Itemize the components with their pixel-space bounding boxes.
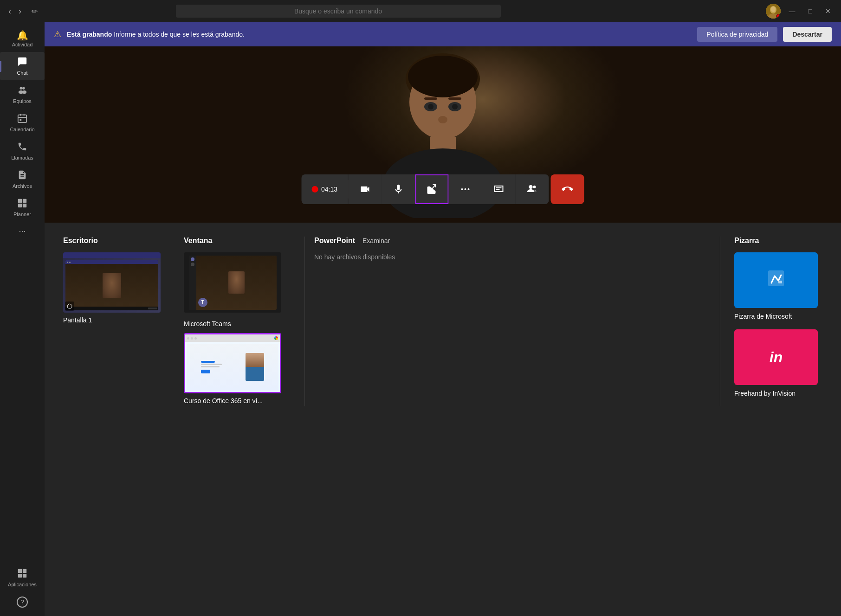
- svg-rect-40: [778, 281, 782, 283]
- sidebar-label-archivos: Archivos: [13, 183, 32, 189]
- desktop-thumb-inner: ⬡: [63, 252, 161, 313]
- teams-label: Microsoft Teams: [184, 320, 291, 327]
- sidebar-item-archivos[interactable]: Archivos: [0, 165, 45, 193]
- course-thumb-body: [185, 342, 280, 392]
- sidebar-item-aplicaciones[interactable]: Aplicaciones: [0, 564, 45, 592]
- screen-share-icon: ⬡: [65, 302, 74, 311]
- svg-point-35: [465, 188, 466, 190]
- sidebar-item-llamadas[interactable]: Llamadas: [0, 137, 45, 165]
- chrome-dot-3: [194, 337, 197, 340]
- svg-rect-19: [18, 574, 22, 578]
- svg-point-36: [468, 188, 470, 190]
- course-thumb-inner: [185, 334, 280, 392]
- search-input[interactable]: [176, 5, 501, 18]
- svg-rect-20: [23, 574, 26, 578]
- svg-point-7: [22, 90, 26, 94]
- course-thumbnail[interactable]: [184, 333, 281, 393]
- avatar[interactable]: [766, 4, 781, 19]
- mini-window: [65, 260, 158, 310]
- ms-whiteboard-label: Pizarra de Microsoft: [734, 313, 822, 320]
- whiteboard-icon: [764, 267, 788, 294]
- invision-tile[interactable]: in: [734, 329, 818, 385]
- desktop-thumbnail[interactable]: ⬡: [63, 252, 161, 313]
- content-area: ⚠ Está grabando Informe a todos de que s…: [45, 22, 841, 616]
- sidebar-label-chat: Chat: [17, 70, 27, 76]
- share-button[interactable]: Compartir: [415, 174, 449, 204]
- video-area: 04:13: [45, 46, 841, 223]
- teams-window-inner: T: [189, 256, 277, 310]
- files-icon: [17, 170, 27, 181]
- svg-rect-12: [20, 119, 22, 121]
- desktop-thumb-content: ⬡: [63, 258, 161, 313]
- video-button[interactable]: [349, 174, 382, 204]
- hangup-button[interactable]: [551, 174, 584, 204]
- sidebar-more-dots[interactable]: ···: [14, 222, 30, 241]
- chat-icon: [17, 57, 27, 68]
- warning-icon: ⚠: [54, 29, 61, 39]
- svg-point-5: [22, 87, 25, 90]
- teams-thumbnail[interactable]: T: [184, 252, 281, 313]
- no-files-text: No hay archivos disponibles: [314, 252, 711, 262]
- browse-link[interactable]: Examinar: [362, 237, 390, 244]
- call-controls: 04:13: [302, 174, 584, 204]
- sidebar-label-planner: Planner: [13, 212, 31, 217]
- status-dot: [776, 14, 781, 19]
- dismiss-button[interactable]: Descartar: [783, 27, 832, 42]
- ms-whiteboard-tile[interactable]: [734, 252, 818, 308]
- svg-rect-18: [23, 569, 26, 573]
- main-layout: 🔔 Actividad Chat Equipos: [0, 22, 841, 616]
- banner-text: Está grabando Informe a todos de que se …: [67, 31, 692, 38]
- sidebar-item-actividad[interactable]: 🔔 Actividad: [0, 26, 45, 52]
- svg-point-37: [529, 185, 533, 189]
- edit-button[interactable]: ✏: [28, 5, 41, 18]
- record-button[interactable]: 04:13: [302, 174, 348, 204]
- svg-rect-8: [18, 115, 26, 122]
- teams-thumb-inner: T: [184, 252, 281, 313]
- powerpoint-section: PowerPoint Examinar No hay archivos disp…: [304, 237, 720, 406]
- maximize-button[interactable]: □: [804, 6, 817, 17]
- teams-logo-badge: T: [198, 298, 207, 307]
- svg-point-23: [408, 56, 478, 97]
- pizarra-section: Pizarra Pizarra de Microsoft: [720, 237, 822, 406]
- help-icon: ?: [17, 597, 28, 608]
- svg-point-3: [771, 6, 776, 12]
- svg-point-30: [438, 116, 447, 123]
- share-panel: Escritorio: [45, 223, 841, 616]
- timer-display: 04:13: [321, 186, 337, 193]
- sidebar-item-chat[interactable]: Chat: [0, 52, 45, 80]
- svg-rect-14: [23, 199, 26, 203]
- sidebar-item-ayuda[interactable]: ?: [0, 592, 45, 612]
- pizarra-title: Pizarra: [734, 237, 822, 245]
- close-button[interactable]: ✕: [821, 6, 835, 17]
- svg-rect-16: [23, 204, 26, 207]
- bell-icon: 🔔: [17, 31, 28, 40]
- privacy-policy-button[interactable]: Política de privacidad: [697, 27, 777, 42]
- desktop-thumb-bar: [63, 252, 161, 258]
- minimize-button[interactable]: —: [784, 6, 800, 17]
- back-button[interactable]: ‹: [6, 5, 14, 18]
- chat-panel-button[interactable]: [482, 174, 516, 204]
- sidebar: 🔔 Actividad Chat Equipos: [0, 22, 45, 616]
- sidebar-item-planner[interactable]: Planner: [0, 193, 45, 222]
- sidebar-label-llamadas: Llamadas: [11, 155, 33, 160]
- participants-button[interactable]: [516, 174, 549, 204]
- forward-button[interactable]: ›: [16, 5, 24, 18]
- sidebar-item-calendario[interactable]: Calendario: [0, 109, 45, 137]
- apps-icon: [17, 568, 27, 580]
- powerpoint-title: PowerPoint: [314, 237, 355, 245]
- title-bar-right: — □ ✕: [766, 4, 835, 19]
- svg-point-4: [20, 87, 23, 90]
- sidebar-label-actividad: Actividad: [12, 42, 33, 47]
- svg-point-34: [461, 188, 463, 190]
- sidebar-label-aplicaciones: Aplicaciones: [8, 582, 37, 587]
- mic-button[interactable]: [382, 174, 415, 204]
- pp-title-row: PowerPoint Examinar: [314, 237, 711, 245]
- svg-point-38: [533, 186, 536, 188]
- sidebar-label-calendario: Calendario: [10, 127, 34, 132]
- window-title: Ventana: [184, 237, 291, 245]
- sidebar-item-equipos[interactable]: Equipos: [0, 80, 45, 109]
- more-button[interactable]: [449, 174, 482, 204]
- chrome-dot-1: [187, 337, 189, 340]
- invision-label: Freehand by InVision: [734, 390, 822, 397]
- share-grid: Escritorio: [63, 237, 822, 406]
